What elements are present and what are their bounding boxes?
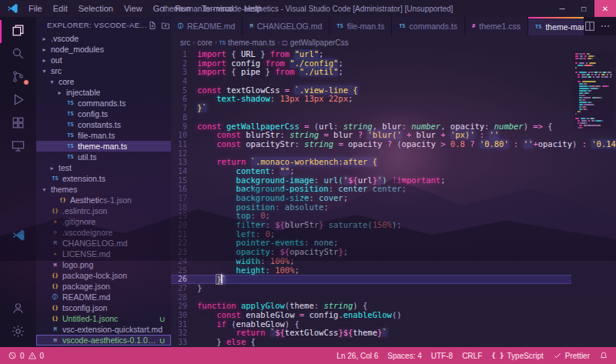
statusbar-indentation[interactable]: Spaces: 4 bbox=[387, 352, 421, 360]
tree-item-label: theme-man.ts bbox=[78, 142, 127, 151]
img-file-icon: ▣ bbox=[51, 262, 59, 268]
tree-item-changelog-md[interactable]: MCHANGELOG.md bbox=[36, 238, 171, 249]
tree-item-out[interactable]: ▸out bbox=[36, 55, 171, 65]
tree-item-injectable[interactable]: ▸injectable bbox=[36, 87, 171, 98]
menu-edit[interactable]: Edit bbox=[48, 0, 73, 17]
tree-item--eslintrc-json[interactable]: {}.eslintrc.json bbox=[36, 205, 171, 216]
breadcrumb-label: theme-man.ts bbox=[228, 38, 275, 47]
more-actions-icon[interactable] bbox=[599, 20, 611, 32]
ts-file-icon: TS bbox=[66, 100, 75, 106]
tree-item-constants-ts[interactable]: TSconstants.ts bbox=[36, 119, 171, 130]
line-number: 13 bbox=[171, 158, 197, 167]
code-line[interactable]: 25 height: 100%; bbox=[171, 266, 571, 276]
tree-item--vscodeignore[interactable]: ⚙.vscodeignore bbox=[36, 227, 171, 238]
statusbar-notifications[interactable] bbox=[599, 351, 608, 360]
breadcrumb-item-core[interactable]: core bbox=[197, 38, 212, 47]
statusbar-problems[interactable]: 00 bbox=[8, 351, 44, 360]
tab-readme-md[interactable]: ⓘREADME.md bbox=[171, 17, 243, 35]
tree-item-vsc-extension-quickstart-md[interactable]: Mvsc-extension-quickstart.md bbox=[36, 324, 171, 335]
tree-item--vscode[interactable]: ▸.vscode bbox=[36, 33, 171, 44]
tree-item-config-ts[interactable]: TSconfig.ts bbox=[36, 109, 171, 119]
new-folder-button[interactable] bbox=[160, 19, 171, 31]
statusbar-formatter[interactable]: Prettier bbox=[553, 351, 590, 360]
tree-item-file-man-ts[interactable]: TSfile-man.ts bbox=[36, 130, 171, 141]
minimap[interactable] bbox=[573, 52, 614, 131]
tree-item-util-ts[interactable]: TSutil.ts bbox=[36, 152, 171, 162]
menu-help[interactable]: Help bbox=[239, 0, 267, 17]
chevron-right-icon: ▸ bbox=[41, 57, 48, 64]
tab-theme-man-ts[interactable]: TStheme-man.ts✕ bbox=[528, 17, 584, 35]
breadcrumb-item-src[interactable]: src bbox=[180, 38, 190, 47]
activity-vscode-logo[interactable] bbox=[0, 225, 36, 248]
file-tree: ▸.vscode▸node_modules▸out▾src▾core▸injec… bbox=[36, 33, 171, 347]
statusbar-language-mode[interactable]: { }TypeScript bbox=[491, 352, 544, 360]
activity-search[interactable] bbox=[0, 43, 36, 66]
breadcrumb-item-getwallpapercss[interactable]: ▢getWallpaperCss bbox=[282, 38, 348, 47]
tree-item-untitled-1-jsonc[interactable]: {}Untitled-1.jsoncU bbox=[36, 313, 171, 324]
menu-file[interactable]: File bbox=[23, 0, 48, 17]
tree-item-src[interactable]: ▾src bbox=[36, 65, 171, 76]
activity-remote[interactable] bbox=[0, 135, 36, 159]
code-line[interactable]: 26 }` bbox=[171, 275, 571, 284]
tree-item-aesthetics-1-json[interactable]: {}Aesthetics-1.json bbox=[36, 195, 171, 205]
close-button[interactable]: ✕ bbox=[594, 0, 616, 17]
tree-item-theme-man-ts[interactable]: TStheme-man.ts bbox=[36, 141, 171, 152]
activity-source-control[interactable] bbox=[0, 66, 36, 89]
code-line[interactable]: 3import { pipe } from "./util"; bbox=[171, 68, 571, 77]
tree-item-tsconfig-json[interactable]: {}tsconfig.json bbox=[36, 302, 171, 313]
line-number: 29 bbox=[171, 302, 197, 311]
code-line[interactable]: 7}` bbox=[171, 104, 571, 113]
menu-go[interactable]: Go bbox=[148, 0, 170, 17]
tab-file-man-ts[interactable]: TSfile-man.ts bbox=[330, 17, 392, 35]
tab-changelog-md[interactable]: MCHANGELOG.md bbox=[243, 17, 330, 35]
new-file-button[interactable] bbox=[147, 19, 159, 31]
maximize-button[interactable]: □ bbox=[573, 0, 594, 17]
statusbar-encoding[interactable]: UTF-8 bbox=[431, 352, 453, 360]
split-editor-icon[interactable] bbox=[584, 20, 596, 32]
statusbar-eol[interactable]: CRLF bbox=[462, 352, 482, 360]
breadcrumb-item-theme-man-ts[interactable]: TStheme-man.ts bbox=[219, 38, 275, 47]
vscode-logo-icon bbox=[6, 2, 18, 15]
tree-item-test[interactable]: ▸test bbox=[36, 162, 171, 173]
tab-theme1-css[interactable]: #theme1.css bbox=[465, 17, 528, 35]
activity-explorer[interactable] bbox=[0, 20, 36, 43]
activity-account[interactable] bbox=[0, 298, 36, 321]
code-line[interactable]: 11 const opacityStr: string = opacity ? … bbox=[171, 140, 571, 149]
activity-extensions[interactable] bbox=[0, 112, 36, 135]
minimize-button[interactable]: ─ bbox=[551, 0, 573, 17]
tree-item-package-json[interactable]: {}package.json bbox=[36, 281, 171, 292]
statusbar-cursor-position[interactable]: Ln 26, Col 6 bbox=[336, 352, 378, 360]
workbench: EXPLORER: VSCODE-AE... ▸.vscode▸node_mod… bbox=[0, 17, 616, 347]
code-line[interactable]: 6 text-shadow: 13px 13px 22px; bbox=[171, 95, 571, 104]
code-line[interactable]: 33 } else { bbox=[171, 338, 571, 347]
vscode-logo-icon bbox=[11, 228, 25, 245]
activity-run-debug[interactable] bbox=[0, 89, 36, 112]
run-debug-icon bbox=[11, 92, 25, 110]
line-number: 9 bbox=[171, 122, 197, 132]
line-number: 23 bbox=[171, 248, 197, 257]
tree-item-readme-md[interactable]: ⓘREADME.md bbox=[36, 292, 171, 302]
error-icon bbox=[8, 351, 17, 360]
menu-run[interactable]: Run bbox=[169, 0, 196, 17]
code-editor[interactable]: 1import { URL } from "url";2import confi… bbox=[171, 50, 571, 347]
menu-terminal[interactable]: Terminal bbox=[196, 0, 239, 17]
tree-item-commands-ts[interactable]: TScommands.ts bbox=[36, 98, 171, 109]
tab-commands-ts[interactable]: TScommands.ts bbox=[392, 17, 465, 35]
tree-item-extension-ts[interactable]: TSextension.ts bbox=[36, 173, 171, 184]
tree-item-vscode-aesthetics-0-1-0-vsix[interactable]: ▤vscode-aesthetics-0.1.0.vsixU bbox=[36, 335, 171, 346]
menu-view[interactable]: View bbox=[119, 0, 148, 17]
menu-selection[interactable]: Selection bbox=[73, 0, 119, 17]
activity-settings[interactable] bbox=[0, 321, 36, 344]
tree-item-package-lock-json[interactable]: {}package-lock.json bbox=[36, 270, 171, 281]
ts-file-icon: TS bbox=[66, 143, 75, 149]
tree-item-themes[interactable]: ▾themes bbox=[36, 184, 171, 195]
code-area: 1import { URL } from "url";2import confi… bbox=[171, 49, 616, 347]
tree-item--gitignore[interactable]: ◆.gitignore bbox=[36, 216, 171, 227]
line-number: 25 bbox=[171, 266, 197, 276]
tree-item-logo-png[interactable]: ▣logo.png bbox=[36, 259, 171, 270]
tree-item-license-md[interactable]: ✦LICENSE.md bbox=[36, 249, 171, 259]
tree-item-node-modules[interactable]: ▸node_modules bbox=[36, 44, 171, 55]
statusbar-error-count: 0 bbox=[20, 352, 25, 360]
code-line[interactable]: 27} bbox=[171, 284, 571, 293]
tree-item-core[interactable]: ▾core bbox=[36, 76, 171, 87]
